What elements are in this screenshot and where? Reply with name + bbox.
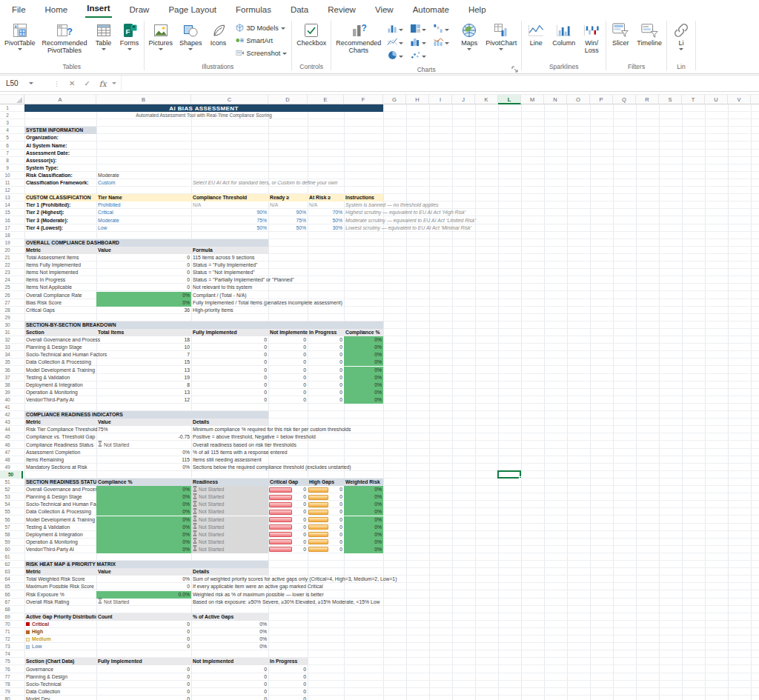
row-header-20[interactable]: 20: [0, 247, 15, 254]
cell-E40[interactable]: 0: [308, 396, 344, 404]
row-header-30[interactable]: 30: [0, 321, 15, 329]
cell-D37[interactable]: 0: [268, 374, 308, 381]
icons-button[interactable]: Icons: [206, 20, 231, 48]
cell-A75[interactable]: Section (Chart Data): [24, 658, 96, 665]
cell-D59[interactable]: 0: [268, 539, 308, 546]
cell-C22[interactable]: Status = "Fully Implemented": [191, 261, 383, 269]
cell-E15[interactable]: 70%: [308, 209, 344, 216]
cell-F31[interactable]: Compliance %: [344, 329, 383, 336]
insert-hierarchy-chart-button[interactable]: [409, 23, 431, 36]
row-header-41[interactable]: 41: [0, 404, 15, 411]
cell-B60[interactable]: 0%: [96, 546, 191, 553]
cell-B51[interactable]: Compliance %: [96, 479, 191, 486]
cell-D34[interactable]: 0: [268, 351, 308, 359]
row-header-25[interactable]: 25: [0, 284, 15, 291]
cell-C51[interactable]: Readiness: [191, 479, 268, 486]
cell-E17[interactable]: 30%: [308, 224, 344, 232]
timeline-button[interactable]: Timeline: [634, 20, 665, 48]
cell-A72[interactable]: Medium: [24, 636, 96, 643]
cell-C36[interactable]: 0: [191, 367, 268, 374]
cell-B27[interactable]: 0%: [96, 299, 191, 307]
cell-B11[interactable]: Custom: [96, 179, 191, 187]
col-header-R[interactable]: R: [636, 95, 659, 104]
cell-E55[interactable]: 0: [308, 508, 344, 516]
row-header-14[interactable]: 14: [0, 201, 15, 209]
cell-A8[interactable]: Assessor(s):: [24, 157, 96, 164]
cell-E56[interactable]: 0: [308, 516, 344, 524]
cell-B55[interactable]: 0%: [96, 508, 191, 516]
cell-B77[interactable]: 0: [96, 673, 191, 681]
cell-C15[interactable]: 90%: [191, 209, 268, 216]
pivotchart-button[interactable]: PivotChart: [483, 20, 520, 52]
cell-C69[interactable]: % of Active Gaps: [191, 613, 268, 621]
line-button[interactable]: Line: [523, 20, 548, 48]
cell-F36[interactable]: 0%: [344, 367, 383, 374]
cell-B28[interactable]: 36: [96, 307, 191, 314]
cell-F56[interactable]: 0%: [344, 516, 383, 524]
cell-B48[interactable]: 115: [96, 456, 191, 464]
row-header-46[interactable]: 46: [0, 441, 15, 449]
cell-B67[interactable]: Not Started: [96, 599, 191, 606]
row-header-24[interactable]: 24: [0, 276, 15, 284]
cell-F37[interactable]: 0%: [344, 374, 383, 381]
cell-D75[interactable]: In Progress: [268, 658, 308, 665]
cell-F34[interactable]: 0%: [344, 351, 383, 359]
selected-cell-L50[interactable]: [497, 470, 521, 479]
win-loss-button[interactable]: Win/ Loss: [579, 20, 604, 56]
cell-B36[interactable]: 13: [96, 367, 191, 374]
insert-waterfall-chart-button[interactable]: [432, 23, 454, 36]
cell-A25[interactable]: Items Not Applicable: [24, 284, 96, 291]
row-header-12[interactable]: 12: [0, 187, 15, 194]
cell-C52[interactable]: Not Started: [191, 486, 268, 493]
col-header-J[interactable]: J: [452, 95, 475, 104]
cell-E37[interactable]: 0: [308, 374, 344, 381]
cell-B26[interactable]: 0%: [96, 292, 191, 299]
cell-A13[interactable]: CUSTOM CLASSIFICATION: [24, 194, 96, 201]
cell-A57[interactable]: Testing & Validation: [24, 524, 96, 531]
cell-B20[interactable]: Value: [96, 247, 191, 254]
cell-C28[interactable]: High-priority items: [191, 307, 383, 314]
cell-F32[interactable]: 0%: [344, 336, 383, 344]
cell-E16[interactable]: 50%: [308, 217, 344, 224]
row-header-66[interactable]: 66: [0, 591, 15, 599]
row-header-28[interactable]: 28: [0, 307, 15, 314]
cell-A2[interactable]: Automated Assessment Tool with Real-Time…: [24, 112, 383, 119]
pictures-button[interactable]: Pictures: [146, 20, 176, 52]
cell-C26[interactable]: Compliant / (Total - N/A): [191, 292, 383, 299]
cell-C11[interactable]: Select EU AI Act for standard tiers, or …: [191, 179, 383, 187]
cell-C77[interactable]: 0: [191, 673, 268, 681]
smartart-button[interactable]: SmartArt: [233, 35, 289, 46]
cell-C33[interactable]: 0: [191, 344, 268, 351]
cell-E51[interactable]: High Gaps: [308, 479, 344, 486]
cell-D80[interactable]: 0: [268, 696, 308, 700]
cell-C14[interactable]: N/A: [191, 201, 268, 209]
checkbox-button[interactable]: Checkbox: [294, 20, 329, 48]
cell-D51[interactable]: Critical Gap: [268, 479, 308, 486]
cell-C66[interactable]: Weighted risk as % of maximum possible —…: [191, 591, 383, 599]
cell-A60[interactable]: Vendor/Third-Party AI: [24, 546, 96, 553]
cell-C34[interactable]: 0: [191, 351, 268, 359]
row-header-51[interactable]: 51: [0, 479, 15, 486]
row-header-34[interactable]: 34: [0, 351, 15, 359]
cell-B34[interactable]: 7: [96, 351, 191, 359]
row-header-77[interactable]: 77: [0, 673, 15, 681]
row-header-27[interactable]: 27: [0, 299, 15, 307]
column-button[interactable]: Column: [549, 20, 578, 48]
row-header-5[interactable]: 5: [0, 134, 15, 141]
cell-A22[interactable]: Items Fully Implemented: [24, 261, 96, 269]
cell-F17[interactable]: Lowest scrutiny — equivalent to EU AI Ac…: [344, 224, 498, 232]
cell-B80[interactable]: 0: [96, 696, 191, 700]
col-header-N[interactable]: N: [544, 95, 567, 104]
cell-C37[interactable]: 0: [191, 374, 268, 381]
cell-D78[interactable]: 0: [268, 681, 308, 688]
cell-D79[interactable]: 0: [268, 688, 308, 696]
cell-B79[interactable]: 0: [96, 688, 191, 696]
cell-B21[interactable]: 0: [96, 254, 191, 261]
row-header-54[interactable]: 54: [0, 501, 15, 508]
cell-F60[interactable]: 0%: [344, 546, 383, 553]
cell-F40[interactable]: 0%: [344, 396, 383, 404]
cell-D56[interactable]: 0: [268, 516, 308, 524]
row-header-56[interactable]: 56: [0, 516, 15, 524]
cell-A56[interactable]: Model Development & Training: [24, 516, 96, 524]
row-header-80[interactable]: 80: [0, 696, 15, 700]
